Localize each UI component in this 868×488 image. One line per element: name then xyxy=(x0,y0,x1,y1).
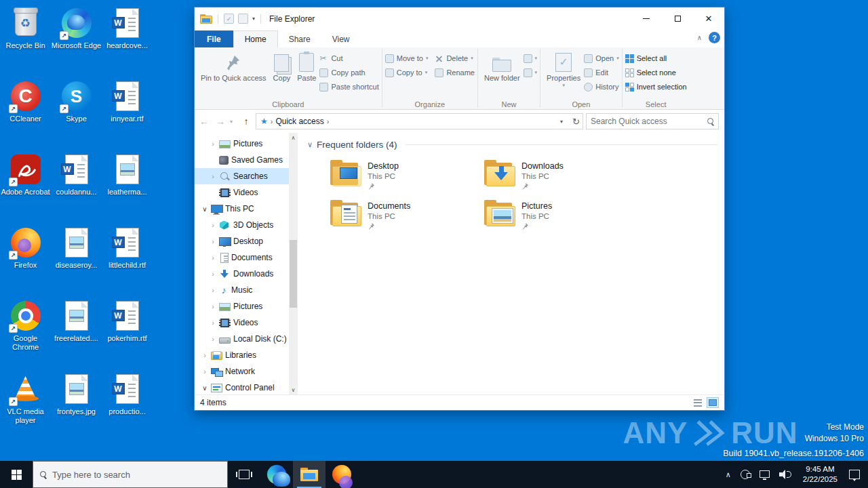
delete-button[interactable]: Delete▾ xyxy=(435,52,475,64)
tile-documents[interactable]: Documents This PC xyxy=(330,201,484,230)
tab-home[interactable]: Home xyxy=(233,30,278,47)
scroll-down-icon[interactable]: ∨ xyxy=(289,385,298,394)
taskbar-search-input[interactable] xyxy=(52,470,220,480)
nav-item-local-disk-c[interactable]: ›Local Disk (C:) xyxy=(195,331,289,347)
tile-downloads[interactable]: Downloads This PC xyxy=(484,161,638,190)
task-view-button[interactable] xyxy=(228,461,260,488)
pin-to-quick-access-button[interactable]: Pin to Quick access xyxy=(197,49,270,85)
open-button[interactable]: Open▾ xyxy=(584,52,618,64)
desktop-icon-heardcove[interactable]: W heardcove... xyxy=(102,3,153,76)
chevron-right-icon[interactable]: › xyxy=(210,302,216,310)
chevron-right-icon[interactable]: › xyxy=(201,367,208,375)
tile-pictures[interactable]: Pictures This PC xyxy=(484,201,638,230)
nav-item-libraries[interactable]: ›Libraries xyxy=(195,347,289,363)
chevron-right-icon[interactable]: › xyxy=(210,237,216,245)
nav-item-searches[interactable]: ›Searches xyxy=(195,168,289,184)
chevron-right-icon[interactable]: › xyxy=(210,253,216,262)
scroll-up-icon[interactable]: ∧ xyxy=(289,133,298,142)
tab-file[interactable]: File xyxy=(195,30,233,47)
details-view-button[interactable] xyxy=(692,397,704,408)
thumbnails-view-button[interactable] xyxy=(707,397,719,408)
nav-item-music[interactable]: ›♪Music xyxy=(195,282,289,298)
properties-button[interactable]: ✓ Properties▾ xyxy=(543,49,584,90)
forward-button[interactable]: → xyxy=(214,116,227,127)
desktop-icon-littlechild[interactable]: W littlechild.rtf xyxy=(102,222,153,296)
easy-access-button[interactable]: ▾ xyxy=(524,66,538,79)
desktop-icon-chrome[interactable]: Google Chrome xyxy=(0,296,51,369)
cut-button[interactable]: ✂Cut xyxy=(319,52,378,64)
tray-overflow-chevron-icon[interactable]: ∧ xyxy=(721,461,736,488)
desktop-icon-vlc[interactable]: VLC media player xyxy=(0,369,51,442)
desktop-icon-ccleaner[interactable]: C CCleaner xyxy=(0,76,51,149)
desktop-icon-frontyes[interactable]: frontyes.jpg xyxy=(51,369,102,442)
nav-item-videos-qa[interactable]: Videos xyxy=(195,184,289,201)
desktop-icon-firefox[interactable]: Firefox xyxy=(0,222,51,296)
copy-to-button[interactable]: Copy to▾ xyxy=(385,66,429,79)
address-dropdown-caret-icon[interactable]: ▾ xyxy=(560,119,567,125)
up-button[interactable]: ↑ xyxy=(239,116,253,127)
taskbar-search-box[interactable] xyxy=(33,461,228,488)
desktop-icon-couldannu[interactable]: W couldannu... xyxy=(51,149,102,222)
desktop-icon-diseaseroy[interactable]: diseaseroy... xyxy=(51,222,102,296)
back-button[interactable]: ← xyxy=(197,116,211,127)
chevron-right-icon[interactable]: › xyxy=(210,286,216,294)
nav-item-documents[interactable]: ›Documents xyxy=(195,249,289,266)
edit-button[interactable]: Edit xyxy=(584,66,618,79)
desktop-icon-edge[interactable]: Microsoft Edge xyxy=(51,3,102,76)
chevron-right-icon[interactable]: › xyxy=(210,319,216,327)
chevron-down-icon[interactable]: ∨ xyxy=(201,384,208,392)
desktop-icon-skype[interactable]: S Skype xyxy=(51,76,102,149)
nav-item-pictures[interactable]: ›Pictures xyxy=(195,298,289,314)
paste-shortcut-button[interactable]: Paste shortcut xyxy=(319,81,378,93)
desktop-icon-productio[interactable]: W productio... xyxy=(102,369,153,442)
nav-item-control-panel[interactable]: ∨Control Panel xyxy=(195,380,289,394)
select-none-button[interactable]: Select none xyxy=(625,66,687,79)
chevron-right-icon[interactable]: › xyxy=(210,140,216,148)
desktop-icon-acrobat[interactable]: Adobe Acrobat xyxy=(0,149,51,222)
desktop-icon-recycle-bin[interactable]: ♻ Recycle Bin xyxy=(0,3,51,76)
frequent-folders-header[interactable]: ∨ Frequent folders (4) xyxy=(307,140,717,150)
address-bar[interactable]: ★ › Quick access › ▾ ↻ xyxy=(256,113,583,129)
maximize-button[interactable] xyxy=(662,7,693,30)
paste-button[interactable]: Paste xyxy=(294,49,319,85)
desktop-icon-freerelated[interactable]: freerelated.... xyxy=(51,296,102,369)
new-item-button[interactable]: ▾ xyxy=(524,52,538,64)
new-folder-button[interactable]: New folder xyxy=(481,49,524,85)
breadcrumb[interactable]: Quick access xyxy=(275,117,323,126)
chevron-right-icon[interactable]: › xyxy=(201,351,208,359)
tile-desktop[interactable]: Desktop This PC xyxy=(330,161,484,190)
nav-item-downloads[interactable]: ›Downloads xyxy=(195,266,289,282)
network-tray-icon[interactable] xyxy=(755,461,774,488)
chevron-down-icon[interactable]: ∨ xyxy=(201,205,208,213)
nav-item-network[interactable]: ›Network xyxy=(195,363,289,380)
nav-item-this-pc[interactable]: ∨This PC xyxy=(195,201,289,217)
chevron-right-icon[interactable]: › xyxy=(210,335,216,343)
action-center-button[interactable] xyxy=(844,461,865,488)
nav-item-pictures-qa[interactable]: ›Pictures xyxy=(195,136,289,152)
nav-item-saved-games[interactable]: Saved Games xyxy=(195,152,289,168)
start-button[interactable] xyxy=(0,461,33,488)
chevron-right-icon[interactable]: › xyxy=(210,221,216,229)
help-icon[interactable]: ? xyxy=(709,32,720,43)
recent-locations-caret-icon[interactable]: ▾ xyxy=(230,119,237,125)
volume-tray-icon[interactable] xyxy=(774,461,796,488)
qat-customize-caret-icon[interactable]: ▾ xyxy=(252,16,255,22)
collapse-ribbon-icon[interactable]: ∧ xyxy=(697,34,702,41)
qat-newfolder-icon[interactable] xyxy=(238,14,248,24)
tray-capture-icon[interactable] xyxy=(736,461,755,488)
tab-view[interactable]: View xyxy=(321,30,361,47)
invert-selection-button[interactable]: Invert selection xyxy=(625,81,687,93)
explorer-search-box[interactable] xyxy=(586,113,719,129)
rename-button[interactable]: Rename xyxy=(435,66,475,79)
navigation-scrollbar[interactable]: ∧ ∨ xyxy=(289,133,298,394)
taskbar-edge-button[interactable] xyxy=(260,461,293,488)
desktop-icon-innyear[interactable]: W innyear.rtf xyxy=(102,76,153,149)
minimize-button[interactable] xyxy=(631,7,662,30)
taskbar-firefox-button[interactable] xyxy=(326,461,358,488)
copy-button[interactable]: Copy xyxy=(270,49,294,85)
chevron-right-icon[interactable]: › xyxy=(210,172,216,180)
move-to-button[interactable]: Move to▾ xyxy=(385,52,429,64)
select-all-button[interactable]: Select all xyxy=(625,52,687,64)
desktop-icon-leatherma[interactable]: leatherma... xyxy=(102,149,153,222)
chevron-right-icon[interactable]: › xyxy=(210,270,216,278)
